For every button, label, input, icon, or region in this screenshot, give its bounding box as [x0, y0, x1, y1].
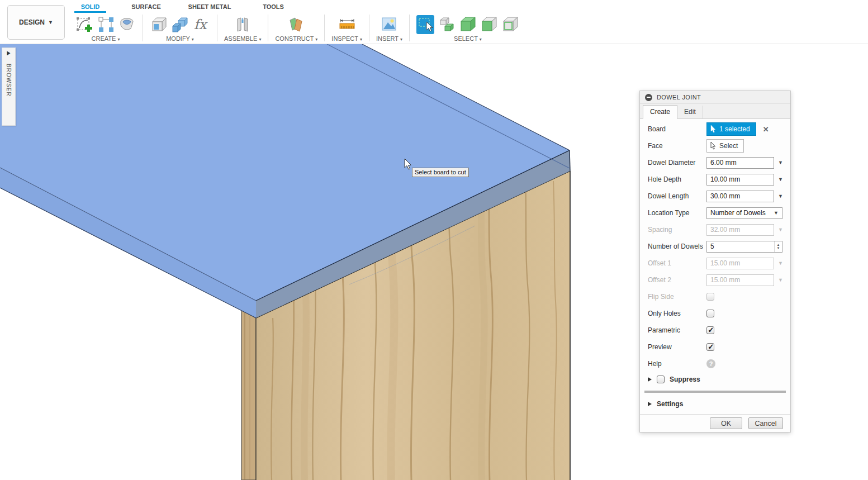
modify-menu[interactable]: MODIFY ▾	[166, 35, 194, 44]
field-number-of-dowels: Number of Dowels 5 ▲▼	[640, 238, 790, 255]
ok-button[interactable]: OK	[710, 417, 742, 429]
field-only-holes: Only Holes	[640, 305, 790, 322]
dowel-joint-dialog: DOWEL JOINT Create Edit Board 1 selected…	[639, 91, 791, 433]
expand-triangle-icon[interactable]	[648, 402, 652, 406]
clear-selection-icon[interactable]: ✕	[763, 125, 769, 134]
spinner-arrows[interactable]: ▲▼	[774, 241, 782, 252]
construct-menu[interactable]: CONSTRUCT ▾	[275, 35, 317, 44]
chevron-down-icon: ▾	[315, 37, 317, 42]
ribbon-tabs: SOLID SURFACE SHEET METAL TOOLS	[74, 1, 288, 13]
tab-sheet-metal[interactable]: SHEET METAL	[183, 1, 236, 13]
location-type-select[interactable]: Number of Dowels ▼	[706, 207, 782, 219]
field-flip-side: Flip Side	[640, 288, 790, 305]
expand-triangle-icon[interactable]	[648, 377, 652, 382]
chevron-down-icon: ▾	[192, 37, 194, 42]
modify-change-parameters-icon[interactable]: fx	[192, 15, 210, 34]
collapse-icon[interactable]	[645, 94, 652, 101]
only-holes-checkbox[interactable]	[706, 310, 714, 317]
browser-panel-collapsed[interactable]: ► BROWSER	[2, 47, 16, 126]
hole-depth-input[interactable]: 10.00 mm	[706, 174, 774, 186]
chevron-down-icon: ▼	[778, 260, 783, 266]
tab-create[interactable]: Create	[643, 105, 677, 119]
design-workspace-dropdown[interactable]: DESIGN ▼	[7, 5, 65, 40]
field-face: Face Select	[640, 137, 790, 154]
modify-combine-icon[interactable]	[171, 15, 189, 34]
create-form-icon[interactable]	[118, 15, 136, 34]
select-menu[interactable]: SELECT ▾	[454, 35, 482, 44]
preview-checkbox[interactable]	[706, 343, 714, 351]
inspect-measure-icon[interactable]	[338, 15, 356, 34]
create-menu[interactable]: CREATE ▾	[92, 35, 120, 44]
top-toolbar: DESIGN ▼ SOLID SURFACE SHEET METAL TOOLS	[0, 0, 868, 44]
insert-menu[interactable]: INSERT ▾	[376, 35, 402, 44]
chevron-down-icon: ▾	[400, 37, 402, 42]
chevron-down-icon: ▾	[360, 37, 362, 42]
suppress-checkbox[interactable]	[657, 376, 665, 383]
tab-edit[interactable]: Edit	[677, 106, 703, 118]
expand-arrow-icon[interactable]: ►	[6, 49, 12, 56]
group-insert: INSERT ▾	[371, 13, 408, 44]
chevron-down-icon[interactable]: ▼	[778, 160, 783, 165]
group-select: SELECT ▾	[411, 13, 525, 44]
ribbon: CREATE ▾	[70, 13, 525, 44]
dowel-length-input[interactable]: 30.00 mm	[706, 191, 774, 202]
chevron-down-icon: ▾	[480, 37, 482, 42]
assemble-joint-icon[interactable]	[234, 15, 252, 34]
cursor-icon	[710, 142, 717, 150]
assemble-menu[interactable]: ASSEMBLE ▾	[224, 35, 261, 44]
field-location-type: Location Type Number of Dowels ▼	[640, 205, 790, 221]
insert-image-icon[interactable]	[380, 15, 398, 34]
dowel-diameter-input[interactable]: 6.00 mm	[706, 157, 774, 169]
cancel-button[interactable]: Cancel	[748, 417, 783, 429]
select-edge-icon[interactable]	[501, 15, 519, 34]
modify-press-pull-icon[interactable]	[150, 15, 168, 34]
face-select-button[interactable]: Select	[706, 139, 744, 153]
chevron-down-icon[interactable]: ▼	[778, 193, 783, 199]
parametric-checkbox[interactable]	[706, 326, 714, 334]
dialog-footer: OK Cancel	[640, 414, 790, 432]
section-divider	[644, 391, 786, 393]
spacing-input: 32.00 mm	[706, 224, 774, 236]
field-parametric: Parametric	[640, 322, 790, 339]
group-create: CREATE ▾	[70, 13, 141, 44]
svg-text:fx: fx	[194, 17, 208, 32]
help-icon[interactable]: ?	[706, 359, 715, 368]
chevron-down-icon: ▾	[259, 37, 261, 42]
tab-tools[interactable]: TOOLS	[259, 1, 288, 13]
dialog-title: DOWEL JOINT	[657, 94, 701, 101]
field-help: Help ?	[640, 355, 790, 372]
select-body-icon[interactable]	[459, 15, 477, 34]
chevron-down-icon: ▼	[778, 227, 783, 232]
section-suppress[interactable]: Suppress	[640, 372, 790, 387]
dialog-body: Board 1 selected ✕ Face Select	[640, 119, 790, 414]
tab-solid[interactable]: SOLID	[74, 1, 106, 13]
chevron-down-icon: ▾	[117, 37, 120, 42]
chevron-down-icon: ▼	[774, 210, 779, 216]
chevron-down-icon: ▼	[778, 277, 783, 283]
cursor-icon	[710, 125, 717, 134]
field-dowel-length: Dowel Length 30.00 mm ▼	[640, 188, 790, 205]
chevron-down-icon[interactable]: ▼	[778, 177, 783, 182]
construct-plane-icon[interactable]	[287, 15, 305, 34]
fusion360-app: ► BROWSER Select board to cut DESIGN ▼ S…	[0, 0, 868, 480]
select-window-icon[interactable]	[416, 15, 434, 34]
inspect-menu[interactable]: INSPECT ▾	[331, 35, 362, 44]
select-priority-icon[interactable]	[438, 15, 456, 34]
board-selection-button[interactable]: 1 selected	[706, 122, 756, 136]
chevron-down-icon: ▼	[48, 20, 53, 25]
section-settings[interactable]: Settings	[640, 397, 790, 411]
select-face-icon[interactable]	[480, 15, 498, 34]
dialog-header[interactable]: DOWEL JOINT	[640, 91, 790, 104]
tab-surface[interactable]: SURFACE	[125, 1, 168, 13]
create-sketch-icon[interactable]	[75, 15, 93, 34]
field-dowel-diameter: Dowel Diameter 6.00 mm ▼	[640, 154, 790, 171]
number-of-dowels-stepper[interactable]: 5 ▲▼	[706, 241, 782, 253]
offset-1-input: 15.00 mm	[706, 258, 774, 269]
group-assemble: ASSEMBLE ▾	[219, 13, 267, 44]
field-offset-1: Offset 1 15.00 mm ▼	[640, 255, 790, 272]
create-pattern-icon[interactable]	[97, 15, 115, 34]
field-hole-depth: Hole Depth 10.00 mm ▼	[640, 171, 790, 188]
field-offset-2: Offset 2 15.00 mm ▼	[640, 272, 790, 288]
group-construct: CONSTRUCT ▾	[269, 13, 323, 44]
tooltip: Select board to cut	[412, 168, 469, 177]
